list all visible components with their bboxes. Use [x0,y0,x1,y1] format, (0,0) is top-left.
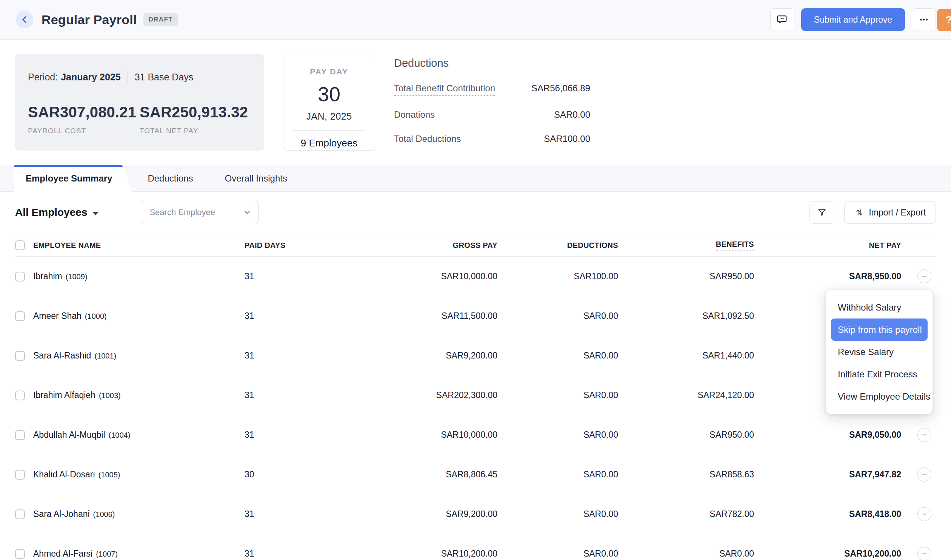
deductions-cell: SAR0.00 [497,390,618,400]
gross-pay-cell: SAR10,200.00 [301,549,497,559]
employee-name-cell[interactable]: Sara Al-Rashid (1001) [33,351,245,361]
search-placeholder: Search Employee [149,208,215,217]
context-menu-item[interactable]: Withhold Salary [831,296,928,318]
row-checkbox[interactable] [15,391,25,400]
period-line: Period: January 2025 31 Base Days [28,71,251,83]
row-menu-button[interactable] [917,468,931,482]
row-checkbox[interactable] [15,351,25,361]
column-header-gross-pay: GROSS PAY [301,241,497,250]
employee-name-cell[interactable]: Sara Al-Johani (1006) [33,509,245,519]
tab[interactable]: Deductions [132,165,209,192]
deductions-cell: SAR0.00 [497,430,618,440]
import-export-label: Import / Export [869,208,926,218]
column-header-employee-name: EMPLOYEE NAME [33,241,245,250]
benefits-cell: SAR950.00 [618,271,754,282]
row-menu-button[interactable] [917,269,931,283]
employee-name-cell[interactable]: Ibrahim (1009) [33,271,245,282]
summary-section: Period: January 2025 31 Base Days SAR307… [0,40,951,151]
row-menu-button[interactable] [917,547,931,560]
context-menu-item[interactable]: Skip from this payroll [831,318,928,341]
column-header-paid-days: PAID DAYS [245,241,301,250]
context-menu-item-label: Initiate Exit Process [838,369,917,380]
table-row: Abdullah Al-Muqbil (1004) 31 SAR10,000.0… [15,415,936,455]
benefits-cell: SAR1,092.50 [618,311,754,321]
table-row: Sara Al-Rashid (1001) 31 SAR9,200.00 SAR… [15,336,936,375]
context-menu-item-label: View Employee Details [838,391,930,402]
context-menu-item[interactable]: View Employee Details [831,385,928,408]
table-row: Sara Al-Johani (1006) 31 SAR9,200.00 SAR… [15,494,936,534]
arrows-up-down-icon [854,208,864,217]
benefits-cell: SAR0.00 [618,549,754,559]
comments-button[interactable] [770,8,794,31]
context-menu-item-label: Revise Salary [838,347,894,357]
employee-name-cell[interactable]: Ahmed Al-Farsi (1007) [33,549,245,559]
employee-name-cell[interactable]: Ibrahim Alfaqieh (1003) [33,390,245,400]
context-menu-item[interactable]: Initiate Exit Process [831,363,928,385]
deduction-value: SAR0.00 [554,109,590,120]
select-all-checkbox[interactable] [15,240,25,250]
employee-id: (1006) [93,510,115,519]
back-button[interactable] [16,11,33,28]
help-button[interactable]: ? [937,9,951,31]
paid-days-cell: 31 [245,390,301,400]
column-header-deductions: DEDUCTIONS [497,241,618,250]
employee-id: (1004) [109,431,131,440]
header-actions: Submit and Approve [770,8,936,31]
gross-pay-cell: SAR10,000.00 [301,430,497,440]
column-header-net-pay: NET PAY [754,241,901,250]
payroll-cost-label: PAYROLL COST [28,127,140,135]
row-checkbox[interactable] [15,549,25,559]
ellipsis-icon [920,471,928,478]
row-checkbox[interactable] [15,272,25,282]
row-checkbox[interactable] [15,509,25,519]
payroll-cost-block: SAR307,080.21 PAYROLL COST [28,104,140,135]
row-menu-button[interactable] [917,428,931,442]
row-menu-button[interactable] [917,507,931,521]
import-export-button[interactable]: Import / Export [844,201,936,224]
row-checkbox[interactable] [15,470,25,480]
context-menu-item[interactable]: Revise Salary [831,341,928,363]
employee-id: (1007) [96,550,118,558]
employee-name-cell[interactable]: Ameer Shah (1000) [33,311,245,321]
tab-label: Employee Summary [26,173,112,184]
page-title: Regular Payroll [42,12,137,27]
payday-employee-count: 9 Employees [301,137,357,149]
net-pay-cell: SAR10,200.00 [754,549,901,559]
table-header-row: EMPLOYEE NAME PAID DAYS GROSS PAY DEDUCT… [15,234,936,257]
tab-label: Overall Insights [225,173,287,184]
tab-label: Deductions [148,173,193,184]
ellipsis-icon [920,510,928,518]
more-actions-button[interactable] [912,8,936,31]
context-menu-item-label: Skip from this payroll [838,325,922,335]
tab[interactable]: Overall Insights [209,165,303,192]
employee-id: (1000) [85,312,107,321]
benefits-cell: SAR24,120.00 [618,390,754,400]
period-label: Period: [28,72,58,83]
row-checkbox[interactable] [15,430,25,440]
search-employee-select[interactable]: Search Employee [141,201,259,224]
deduction-label: Total Benefit Contribution [394,83,495,96]
total-net-pay-label: TOTAL NET PAY [140,127,251,135]
benefits-cell: SAR1,440.00 [618,351,754,361]
page-header: Regular Payroll DRAFT Submit and Approve… [0,0,951,40]
employee-name-cell[interactable]: Khalid Al-Dosari (1005) [33,469,245,480]
submit-and-approve-button[interactable]: Submit and Approve [801,8,905,31]
chevron-left-icon [20,15,29,25]
payday-label: PAY DAY [310,67,348,76]
benefits-cell: SAR950.00 [618,430,754,440]
net-pay-cell: SAR9,050.00 [754,430,901,440]
employee-name: Sara Al-Johani [33,509,90,519]
status-badge: DRAFT [143,13,178,26]
deduction-row: Total Benefit Contribution SAR56,066.89 [394,83,590,96]
paid-days-cell: 31 [245,351,301,361]
row-checkbox[interactable] [15,311,25,321]
ellipsis-icon [920,550,928,558]
base-days: 31 Base Days [135,72,194,83]
employee-scope-dropdown[interactable]: All Employees [15,206,98,218]
filter-button[interactable] [809,201,834,224]
tab[interactable]: Employee Summary [14,165,132,192]
row-context-menu: Withhold Salary Skip from this payroll R… [826,289,933,414]
column-header-benefits: BENEFITS [716,240,754,251]
employee-name-cell[interactable]: Abdullah Al-Muqbil (1004) [33,430,245,440]
amounts-row: SAR307,080.21 PAYROLL COST SAR250,913.32… [28,104,251,135]
